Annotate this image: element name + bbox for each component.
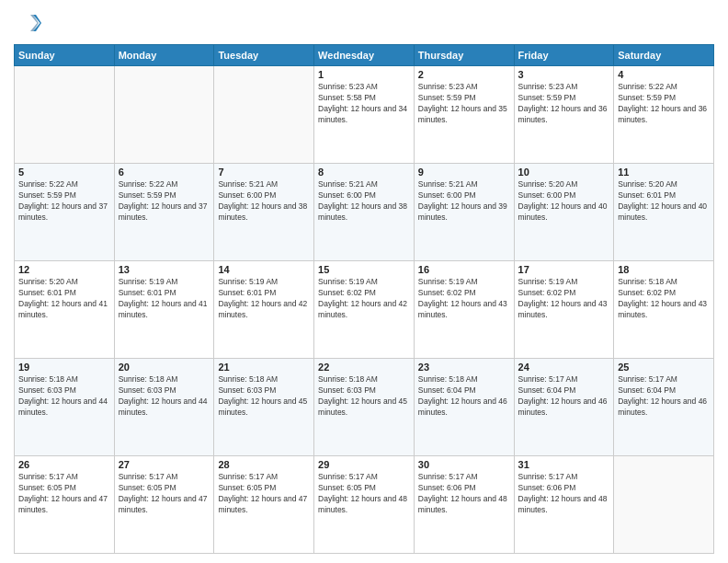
- day-number: 15: [318, 264, 410, 275]
- day-info: Sunrise: 5:20 AMSunset: 6:00 PMDaylight:…: [518, 179, 610, 224]
- day-number: 1: [318, 69, 410, 80]
- day-cell-4: 4Sunrise: 5:22 AMSunset: 5:59 PMDaylight…: [614, 66, 714, 164]
- day-number: 31: [518, 459, 610, 470]
- day-cell-27: 27Sunrise: 5:17 AMSunset: 6:05 PMDayligh…: [114, 456, 214, 554]
- day-cell-17: 17Sunrise: 5:19 AMSunset: 6:02 PMDayligh…: [514, 261, 614, 359]
- day-info: Sunrise: 5:19 AMSunset: 6:02 PMDaylight:…: [518, 277, 610, 321]
- day-cell-22: 22Sunrise: 5:18 AMSunset: 6:03 PMDayligh…: [314, 359, 415, 456]
- week-row-2: 5Sunrise: 5:22 AMSunset: 5:59 PMDaylight…: [15, 164, 714, 261]
- day-number: 7: [218, 167, 310, 178]
- day-number: 4: [618, 69, 710, 80]
- day-info: Sunrise: 5:17 AMSunset: 6:04 PMDaylight:…: [518, 374, 610, 419]
- day-number: 5: [18, 167, 110, 178]
- day-cell-25: 25Sunrise: 5:17 AMSunset: 6:04 PMDayligh…: [614, 359, 714, 456]
- day-info: Sunrise: 5:17 AMSunset: 6:06 PMDaylight:…: [518, 472, 610, 516]
- day-number: 21: [218, 362, 310, 373]
- day-number: 27: [119, 459, 210, 470]
- day-info: Sunrise: 5:17 AMSunset: 6:05 PMDaylight:…: [218, 472, 310, 516]
- week-row-4: 19Sunrise: 5:18 AMSunset: 6:03 PMDayligh…: [15, 359, 714, 456]
- calendar-body: 1Sunrise: 5:23 AMSunset: 5:58 PMDaylight…: [15, 66, 714, 554]
- day-number: 8: [318, 167, 410, 178]
- day-info: Sunrise: 5:19 AMSunset: 6:01 PMDaylight:…: [119, 277, 210, 321]
- day-cell-13: 13Sunrise: 5:19 AMSunset: 6:01 PMDayligh…: [114, 261, 214, 359]
- day-info: Sunrise: 5:21 AMSunset: 6:00 PMDaylight:…: [318, 179, 410, 224]
- day-info: Sunrise: 5:23 AMSunset: 5:59 PMDaylight:…: [418, 82, 510, 126]
- day-info: Sunrise: 5:18 AMSunset: 6:03 PMDaylight:…: [119, 374, 210, 419]
- day-cell-empty: [214, 66, 314, 164]
- day-number: 19: [18, 362, 110, 373]
- day-number: 6: [119, 167, 210, 178]
- day-info: Sunrise: 5:19 AMSunset: 6:01 PMDaylight:…: [218, 277, 310, 321]
- weekday-header-row: SundayMondayTuesdayWednesdayThursdayFrid…: [15, 45, 714, 66]
- day-number: 25: [618, 362, 710, 373]
- day-cell-28: 28Sunrise: 5:17 AMSunset: 6:05 PMDayligh…: [214, 456, 314, 554]
- header: [14, 9, 714, 37]
- day-number: 28: [218, 459, 310, 470]
- day-info: Sunrise: 5:19 AMSunset: 6:02 PMDaylight:…: [318, 277, 410, 321]
- day-number: 2: [418, 69, 510, 80]
- day-info: Sunrise: 5:21 AMSunset: 6:00 PMDaylight:…: [218, 179, 310, 224]
- day-cell-24: 24Sunrise: 5:17 AMSunset: 6:04 PMDayligh…: [514, 359, 614, 456]
- day-number: 14: [218, 264, 310, 275]
- day-number: 13: [119, 264, 210, 275]
- day-number: 10: [518, 167, 610, 178]
- day-info: Sunrise: 5:17 AMSunset: 6:05 PMDaylight:…: [119, 472, 210, 516]
- day-info: Sunrise: 5:23 AMSunset: 5:58 PMDaylight:…: [318, 82, 410, 126]
- day-number: 12: [18, 264, 110, 275]
- day-info: Sunrise: 5:21 AMSunset: 6:00 PMDaylight:…: [418, 179, 510, 224]
- day-number: 30: [418, 459, 510, 470]
- weekday-header-sunday: Sunday: [15, 45, 115, 66]
- day-cell-18: 18Sunrise: 5:18 AMSunset: 6:02 PMDayligh…: [614, 261, 714, 359]
- day-info: Sunrise: 5:18 AMSunset: 6:02 PMDaylight:…: [618, 277, 710, 321]
- weekday-header-saturday: Saturday: [614, 45, 714, 66]
- day-cell-14: 14Sunrise: 5:19 AMSunset: 6:01 PMDayligh…: [214, 261, 314, 359]
- day-number: 9: [418, 167, 510, 178]
- day-info: Sunrise: 5:22 AMSunset: 5:59 PMDaylight:…: [119, 179, 210, 224]
- day-number: 17: [518, 264, 610, 275]
- weekday-header-tuesday: Tuesday: [214, 45, 314, 66]
- day-cell-11: 11Sunrise: 5:20 AMSunset: 6:01 PMDayligh…: [614, 164, 714, 261]
- day-number: 23: [418, 362, 510, 373]
- day-info: Sunrise: 5:17 AMSunset: 6:05 PMDaylight:…: [318, 472, 410, 516]
- logo: [14, 9, 45, 37]
- day-cell-empty: [15, 66, 115, 164]
- day-info: Sunrise: 5:18 AMSunset: 6:04 PMDaylight:…: [418, 374, 510, 419]
- day-info: Sunrise: 5:22 AMSunset: 5:59 PMDaylight:…: [18, 179, 110, 224]
- day-cell-26: 26Sunrise: 5:17 AMSunset: 6:05 PMDayligh…: [15, 456, 115, 554]
- day-cell-5: 5Sunrise: 5:22 AMSunset: 5:59 PMDaylight…: [15, 164, 115, 261]
- day-number: 29: [318, 459, 410, 470]
- day-number: 11: [618, 167, 710, 178]
- weekday-header-monday: Monday: [114, 45, 214, 66]
- day-cell-2: 2Sunrise: 5:23 AMSunset: 5:59 PMDaylight…: [414, 66, 514, 164]
- day-info: Sunrise: 5:22 AMSunset: 5:59 PMDaylight:…: [618, 82, 710, 126]
- day-cell-1: 1Sunrise: 5:23 AMSunset: 5:58 PMDaylight…: [314, 66, 415, 164]
- day-info: Sunrise: 5:18 AMSunset: 6:03 PMDaylight:…: [218, 374, 310, 419]
- day-cell-empty: [614, 456, 714, 554]
- weekday-header-wednesday: Wednesday: [314, 45, 415, 66]
- day-cell-23: 23Sunrise: 5:18 AMSunset: 6:04 PMDayligh…: [414, 359, 514, 456]
- day-info: Sunrise: 5:17 AMSunset: 6:04 PMDaylight:…: [618, 374, 710, 419]
- day-info: Sunrise: 5:17 AMSunset: 6:06 PMDaylight:…: [418, 472, 510, 516]
- day-info: Sunrise: 5:19 AMSunset: 6:02 PMDaylight:…: [418, 277, 510, 321]
- day-cell-16: 16Sunrise: 5:19 AMSunset: 6:02 PMDayligh…: [414, 261, 514, 359]
- day-cell-6: 6Sunrise: 5:22 AMSunset: 5:59 PMDaylight…: [114, 164, 214, 261]
- weekday-header-thursday: Thursday: [414, 45, 514, 66]
- week-row-3: 12Sunrise: 5:20 AMSunset: 6:01 PMDayligh…: [15, 261, 714, 359]
- day-cell-8: 8Sunrise: 5:21 AMSunset: 6:00 PMDaylight…: [314, 164, 415, 261]
- day-number: 24: [518, 362, 610, 373]
- day-cell-31: 31Sunrise: 5:17 AMSunset: 6:06 PMDayligh…: [514, 456, 614, 554]
- day-number: 16: [418, 264, 510, 275]
- weekday-header-friday: Friday: [514, 45, 614, 66]
- day-cell-7: 7Sunrise: 5:21 AMSunset: 6:00 PMDaylight…: [214, 164, 314, 261]
- logo-icon: [14, 9, 41, 37]
- day-cell-30: 30Sunrise: 5:17 AMSunset: 6:06 PMDayligh…: [414, 456, 514, 554]
- day-cell-3: 3Sunrise: 5:23 AMSunset: 5:59 PMDaylight…: [514, 66, 614, 164]
- week-row-1: 1Sunrise: 5:23 AMSunset: 5:58 PMDaylight…: [15, 66, 714, 164]
- day-cell-empty: [114, 66, 214, 164]
- day-cell-19: 19Sunrise: 5:18 AMSunset: 6:03 PMDayligh…: [15, 359, 115, 456]
- day-info: Sunrise: 5:17 AMSunset: 6:05 PMDaylight:…: [18, 472, 110, 516]
- day-cell-20: 20Sunrise: 5:18 AMSunset: 6:03 PMDayligh…: [114, 359, 214, 456]
- day-info: Sunrise: 5:18 AMSunset: 6:03 PMDaylight:…: [318, 374, 410, 419]
- day-cell-15: 15Sunrise: 5:19 AMSunset: 6:02 PMDayligh…: [314, 261, 415, 359]
- day-number: 18: [618, 264, 710, 275]
